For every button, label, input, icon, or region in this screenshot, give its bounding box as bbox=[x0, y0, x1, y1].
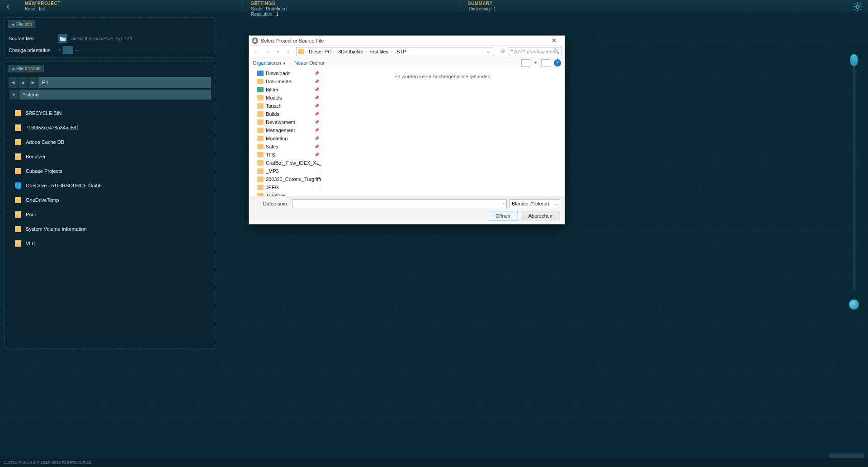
orientation-menu[interactable]: ⋯ bbox=[75, 48, 80, 53]
refresh-button[interactable]: ⟳ bbox=[499, 48, 507, 54]
tree-node[interactable]: 200320_Corona_Turgriffe bbox=[249, 175, 321, 183]
vertical-slider[interactable] bbox=[849, 45, 859, 440]
list-item[interactable]: OneDriveTemp bbox=[9, 193, 211, 207]
back-button[interactable] bbox=[0, 0, 16, 13]
tree-node[interactable]: JPEG bbox=[249, 183, 321, 191]
crumb-dropdown[interactable]: ⌄ bbox=[484, 48, 492, 54]
open-button[interactable]: Öffnen bbox=[488, 211, 518, 220]
list-item[interactable]: Benutzer bbox=[9, 149, 211, 164]
path-forward-button[interactable]: ► bbox=[28, 77, 38, 88]
left-panels: ◄File info Source files Select the sourc… bbox=[5, 17, 215, 352]
tree-node[interactable]: CrafBot_Flow_IDEX_XL_AME bbox=[249, 159, 321, 167]
folder-icon bbox=[298, 49, 304, 54]
tree-node[interactable]: Development📌 bbox=[249, 118, 321, 126]
filter-expand-button[interactable]: ► bbox=[9, 90, 19, 100]
list-item[interactable]: System Volume Information bbox=[9, 222, 211, 236]
tree-node[interactable]: Downloads📌 bbox=[249, 69, 321, 77]
tree-label: Builds bbox=[266, 111, 279, 117]
orientation-toggle[interactable] bbox=[63, 46, 73, 54]
svg-point-0 bbox=[856, 5, 859, 8]
doc-icon bbox=[257, 79, 264, 84]
panel-title: File info bbox=[16, 22, 32, 27]
search-input[interactable]: ".STP" durchsuchen 🔍 bbox=[509, 47, 562, 56]
list-item[interactable]: 7169f53ce478a34ac591 bbox=[9, 120, 211, 135]
slider-track bbox=[854, 63, 854, 291]
svg-line-6 bbox=[860, 9, 861, 10]
crumb[interactable]: Dieser PC bbox=[307, 49, 333, 54]
item-label: OneDrive - RUHRSOURCE GmbH bbox=[26, 183, 103, 188]
preview-pane-button[interactable] bbox=[541, 59, 550, 67]
filename-input[interactable]: ⌄ bbox=[292, 199, 507, 208]
pin-icon: 📌 bbox=[314, 136, 319, 141]
pin-icon: 📌 bbox=[314, 79, 319, 84]
open-file-button[interactable] bbox=[58, 34, 67, 43]
crumb[interactable]: 3D-Objekte bbox=[336, 49, 365, 54]
tree-node[interactable]: Bilder📌 bbox=[249, 86, 321, 94]
nav-recent-button[interactable]: ▾ bbox=[274, 49, 283, 54]
filetype-combo[interactable]: Blender (*.blend) ⌄ bbox=[509, 199, 560, 208]
path-nav-row: ◄ ▲ ► E:\ bbox=[9, 77, 211, 88]
tree-node[interactable]: TFS📌 bbox=[249, 151, 321, 159]
slider-handle-top[interactable] bbox=[850, 54, 858, 66]
path-back-button[interactable]: ◄ bbox=[9, 77, 18, 88]
breadcrumb[interactable]: › Dieser PC › 3D-Objekte › test files › … bbox=[296, 47, 494, 56]
svg-line-7 bbox=[854, 9, 855, 10]
tree-label: JPEG bbox=[266, 185, 279, 190]
crumb[interactable]: .STP bbox=[393, 49, 408, 54]
nav-up-button[interactable]: ↑ bbox=[284, 48, 292, 55]
chevron-left-icon: ◄ bbox=[11, 22, 15, 27]
settings-gear-button[interactable] bbox=[847, 0, 868, 13]
list-item[interactable]: $RECYCLE.BIN bbox=[9, 106, 211, 120]
status-bar: CUR3D ® 2.0.4.3 © 2015–2020 RUHRSOURCE bbox=[0, 458, 868, 467]
organize-menu[interactable]: Organisieren ▼ bbox=[253, 60, 286, 66]
dialog-titlebar[interactable]: Select Project or Source File ✕ bbox=[249, 36, 565, 46]
tree-node[interactable]: _MP3 bbox=[249, 167, 321, 175]
svg-line-5 bbox=[854, 3, 855, 4]
list-item[interactable]: Paul bbox=[9, 207, 211, 222]
new-folder-button[interactable]: Neuer Ordner bbox=[294, 60, 325, 66]
nav-forward-button[interactable]: → bbox=[263, 48, 272, 55]
tree-node[interactable]: Tausch📌 bbox=[249, 102, 321, 110]
pin-icon: 📌 bbox=[314, 87, 319, 92]
crumb[interactable]: test files bbox=[368, 49, 390, 54]
list-item[interactable]: Adobe Cache DB bbox=[9, 135, 211, 149]
tab-settings[interactable]: SETTINGS Scale: Undefined Resolution: 1 bbox=[242, 0, 459, 13]
doc-icon bbox=[257, 152, 264, 157]
doc-icon bbox=[257, 128, 264, 133]
tree-label: TFS bbox=[266, 152, 275, 157]
gear-icon bbox=[853, 2, 863, 12]
tree-node[interactable]: Marketing📌 bbox=[249, 134, 321, 143]
tab-summary[interactable]: SUMMARY Thickening: 1 bbox=[459, 0, 847, 13]
help-button[interactable]: ? bbox=[554, 59, 561, 67]
panel-header[interactable]: ◄File info bbox=[8, 20, 215, 28]
folder-tree[interactable]: Downloads📌Dokumente📌Bilder📌Models📌Tausch… bbox=[249, 68, 321, 196]
nav-back-button[interactable]: ← bbox=[252, 48, 261, 55]
doc-icon bbox=[257, 168, 264, 174]
filter-input[interactable]: ► *.blend bbox=[19, 90, 211, 100]
tree-node[interactable]: Dokumente📌 bbox=[249, 77, 321, 86]
dialog-toolbar: Organisieren ▼ Neuer Ordner ▼ ? bbox=[249, 57, 565, 68]
doc-icon bbox=[257, 193, 264, 196]
list-item[interactable]: VLC bbox=[9, 236, 211, 251]
tree-node[interactable]: Türöffner bbox=[249, 191, 321, 196]
slider-handle-bottom[interactable] bbox=[849, 300, 859, 310]
tree-label: Sales bbox=[266, 144, 278, 149]
tree-node[interactable]: Builds📌 bbox=[249, 110, 321, 118]
pin-icon: 📌 bbox=[314, 152, 319, 157]
tree-node[interactable]: Management📌 bbox=[249, 126, 321, 134]
tree-label: Development bbox=[266, 119, 295, 125]
close-button[interactable]: ✕ bbox=[546, 37, 562, 44]
tree-node[interactable]: Models📌 bbox=[249, 94, 321, 102]
path-input[interactable]: E:\ bbox=[38, 77, 211, 88]
chevron-down-icon: ⌄ bbox=[502, 200, 505, 205]
folder-icon bbox=[15, 110, 21, 116]
panel-header[interactable]: ◄File browser bbox=[8, 65, 215, 72]
tab-new-project[interactable]: NEW PROJECT Base: tall bbox=[16, 0, 242, 13]
list-item[interactable]: Cubase Projects bbox=[9, 164, 211, 178]
doc-icon bbox=[257, 111, 264, 117]
cancel-button[interactable]: Abbrechen bbox=[521, 211, 560, 220]
list-item[interactable]: OneDrive - RUHRSOURCE GmbH bbox=[9, 178, 211, 193]
tree-node[interactable]: Sales📌 bbox=[249, 143, 321, 151]
path-up-button[interactable]: ▲ bbox=[19, 77, 28, 88]
view-mode-button[interactable] bbox=[521, 59, 530, 67]
